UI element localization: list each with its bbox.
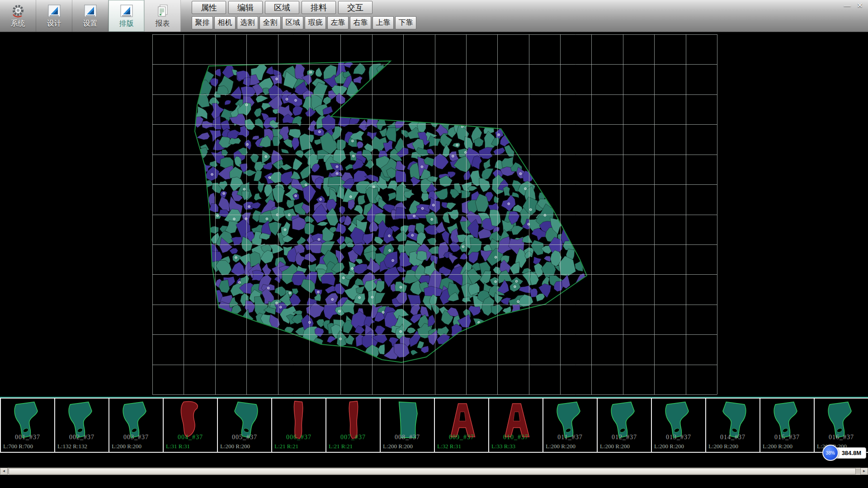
piece-counts: L:200 R:200 [708, 443, 738, 450]
piece-id: 015_#37 [760, 434, 814, 441]
piece-counts: L:200 R:200 [383, 443, 413, 450]
tool-cut-all[interactable]: 全割 [259, 16, 281, 29]
app-tab-label: 设计 [47, 19, 61, 28]
menu-nesting[interactable]: 排料 [302, 1, 336, 14]
tool-row: 聚排 相机 选割 全割 区域 瑕疵 左靠 右靠 上靠 下靠 [192, 16, 416, 29]
app-tab-report[interactable]: 报表 [145, 0, 181, 32]
piece-id: 012_#37 [598, 434, 651, 441]
tool-camera[interactable]: 相机 [214, 16, 236, 29]
app-tab-nesting[interactable]: 排版 [108, 0, 145, 32]
piece-counts: L:200 R:200 [220, 443, 250, 450]
settings-sail-icon [83, 4, 98, 18]
app-tab-settings[interactable]: 设置 [72, 0, 108, 32]
close-button[interactable]: ✕ [854, 0, 866, 10]
menu-properties[interactable]: 属性 [192, 1, 226, 14]
nesting-canvas[interactable] [0, 32, 868, 397]
piece-id: 006_#37 [272, 434, 326, 441]
piece-id: 016_#37 [815, 434, 868, 441]
piece-thumbnail[interactable]: 014_#37 L:200 R:200 [706, 399, 760, 452]
tool-select-cut[interactable]: 选割 [237, 16, 258, 29]
piece-id: 004_#37 [164, 434, 217, 441]
piece-thumbnail[interactable]: 012_#37 L:200 R:200 [598, 399, 651, 452]
piece-thumbnail[interactable]: 011_#37 L:200 R:200 [543, 399, 597, 452]
piece-id: 001_#37 [1, 434, 54, 441]
piece-counts: L:32 R:31 [437, 443, 461, 450]
piece-thumbnail[interactable]: 016_#37 L:200 R:200 [815, 399, 868, 452]
piece-id: 003_#37 [109, 434, 163, 441]
tool-align-bottom[interactable]: 下靠 [395, 16, 416, 29]
piece-id: 014_#37 [706, 434, 760, 441]
scroll-right-icon[interactable]: ► [860, 468, 868, 475]
piece-counts: L:200 R:200 [600, 443, 630, 450]
piece-id: 011_#37 [543, 434, 597, 441]
piece-thumbnail[interactable]: 001_#37 L:700 R:700 [1, 399, 54, 452]
minimize-button[interactable]: — [841, 0, 854, 10]
horizontal-scrollbar: ◄ ► [0, 468, 868, 475]
app-tab-label: 排版 [119, 19, 134, 28]
memory-status: 38% 384.8M [822, 445, 866, 461]
piece-thumbnail[interactable]: 008_#37 L:200 R:200 [381, 399, 434, 452]
menu-region[interactable]: 区域 [265, 1, 299, 14]
piece-counts: L:200 R:200 [763, 443, 793, 450]
scrollbar-track[interactable] [8, 468, 860, 475]
piece-counts: L:200 R:200 [546, 443, 576, 450]
piece-counts: L:200 R:200 [654, 443, 684, 450]
app-tab-design[interactable]: 设计 [36, 0, 72, 32]
tool-align-right[interactable]: 右靠 [350, 16, 371, 29]
piece-counts: L:132 R:132 [57, 443, 87, 450]
tool-defect[interactable]: 瑕疵 [305, 16, 326, 29]
window-controls: — ✕ [841, 0, 866, 10]
piece-thumbnail[interactable]: 007_#37 L:21 R:21 [326, 399, 380, 452]
report-doc-icon [156, 4, 170, 18]
piece-thumbnail[interactable]: 015_#37 L:200 R:200 [760, 399, 814, 452]
piece-thumbnail[interactable]: 003_#37 L:200 R:200 [109, 399, 163, 452]
app-tab-label: 系统 [11, 19, 25, 28]
app-tabs: 系统 设计 设置 [0, 0, 181, 32]
toolbar: 系统 设计 设置 [0, 0, 868, 32]
piece-counts: L:200 R:200 [112, 443, 142, 450]
design-sail-icon [47, 4, 61, 18]
menu-row: 属性 编辑 区域 排料 交互 [192, 1, 373, 14]
tool-align-left[interactable]: 左靠 [327, 16, 349, 29]
piece-id: 008_#37 [381, 434, 434, 441]
pieces-filmstrip: 001_#37 L:700 R:700 002_#37 L:132 R:132 … [0, 397, 868, 453]
menu-interaction[interactable]: 交互 [338, 1, 373, 14]
piece-id: 005_#37 [218, 434, 271, 441]
progress-badge: 38% [822, 445, 839, 461]
gear-icon [11, 4, 25, 18]
tool-align-top[interactable]: 上靠 [373, 16, 394, 29]
app-tab-label: 设置 [83, 19, 98, 28]
piece-id: 009_#37 [435, 434, 488, 441]
tool-cluster-nest[interactable]: 聚排 [192, 16, 213, 29]
tool-region[interactable]: 区域 [282, 16, 303, 29]
piece-id: 013_#37 [652, 434, 705, 441]
menu-edit[interactable]: 编辑 [228, 1, 263, 14]
piece-id: 002_#37 [55, 434, 108, 441]
piece-counts: L:31 R:31 [166, 443, 190, 450]
piece-id: 007_#37 [326, 434, 380, 441]
piece-thumbnail[interactable]: 005_#37 L:200 R:200 [218, 399, 271, 452]
piece-counts: L:21 R:21 [329, 443, 353, 450]
piece-thumbnail[interactable]: 010_#37 L:33 R:33 [489, 399, 542, 452]
piece-thumbnail[interactable]: 002_#37 L:132 R:132 [55, 399, 108, 452]
scrollbar-thumb[interactable] [9, 468, 856, 474]
piece-counts: L:33 R:33 [491, 443, 515, 450]
app-tab-label: 报表 [156, 19, 170, 28]
piece-id: 010_#37 [489, 434, 542, 441]
piece-thumbnail[interactable]: 013_#37 L:200 R:200 [652, 399, 705, 452]
scroll-left-icon[interactable]: ◄ [0, 468, 8, 475]
piece-thumbnail[interactable]: 004_#37 L:31 R:31 [164, 399, 217, 452]
piece-counts: L:21 R:21 [274, 443, 298, 450]
app-tab-system[interactable]: 系统 [0, 0, 36, 32]
piece-thumbnail[interactable]: 006_#37 L:21 R:21 [272, 399, 326, 452]
piece-counts: L:700 R:700 [3, 443, 33, 450]
piece-thumbnail[interactable]: 009_#37 L:32 R:31 [435, 399, 488, 452]
nesting-sail-icon [119, 4, 134, 18]
